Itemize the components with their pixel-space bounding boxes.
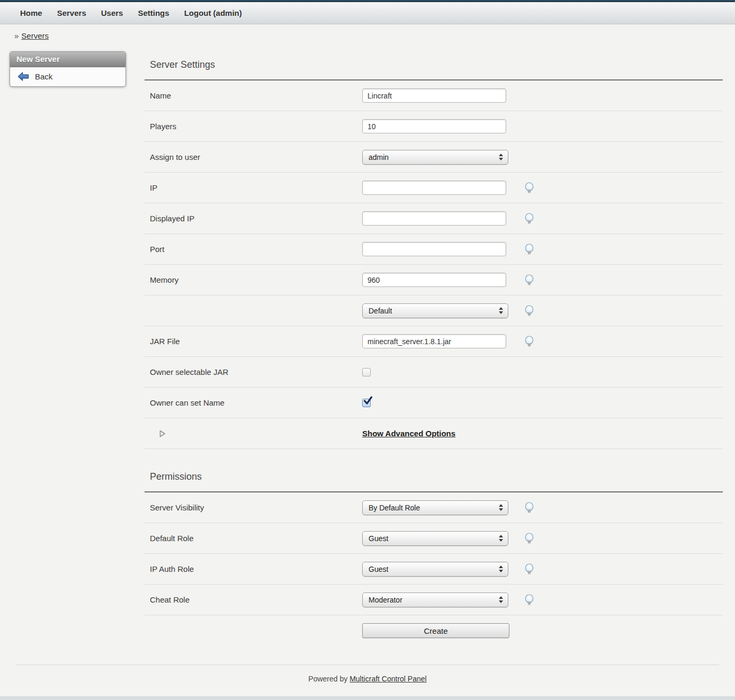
bottom-strip <box>0 696 735 700</box>
cheat-role-label: Cheat Role <box>145 595 362 604</box>
breadcrumb: »Servers <box>14 31 735 40</box>
multicraft-link[interactable]: Multicraft Control Panel <box>349 675 427 683</box>
jar-preset-select[interactable]: Default <box>362 303 508 318</box>
row-port: Port <box>145 234 723 265</box>
default-role-select[interactable]: Guest <box>362 531 508 546</box>
row-players: Players <box>145 111 723 142</box>
assign-to-user-value: admin <box>369 153 389 161</box>
ip-input[interactable] <box>362 181 506 195</box>
port-tip-lightbulb-icon[interactable] <box>524 244 535 255</box>
nav-item-logout[interactable]: Logout (admin) <box>177 8 249 17</box>
nav-item-servers[interactable]: Servers <box>50 8 94 17</box>
displayed-ip-tip-lightbulb-icon[interactable] <box>524 213 535 225</box>
new-server-panel: New Server Back <box>10 51 126 87</box>
row-owner-can-set-name: Owner can set Name <box>145 388 723 418</box>
breadcrumb-link-servers[interactable]: Servers <box>21 31 49 40</box>
nav-item-users[interactable]: Users <box>94 8 131 17</box>
row-cheat-role: Cheat Role Moderator <box>145 585 723 615</box>
ip-label: IP <box>145 183 362 192</box>
row-owner-selectable-jar: Owner selectable JAR <box>145 357 723 388</box>
show-advanced-options-link[interactable]: Show Advanced Options <box>362 429 455 438</box>
memory-tip-lightbulb-icon[interactable] <box>524 274 535 286</box>
row-assign-to-user: Assign to user admin <box>145 142 723 173</box>
nav-item-settings[interactable]: Settings <box>130 8 176 17</box>
back-label: Back <box>35 72 52 81</box>
memory-label: Memory <box>145 275 362 284</box>
name-label: Name <box>145 91 362 100</box>
row-server-visibility: Server Visibility By Default Role <box>145 492 723 523</box>
port-label: Port <box>145 245 362 254</box>
row-ip: IP <box>145 173 723 203</box>
permissions-heading: Permissions <box>145 468 723 492</box>
jar-preset-value: Default <box>369 307 392 315</box>
jar-file-input[interactable] <box>362 334 506 348</box>
panel-title: New Server <box>10 52 126 67</box>
displayed-ip-label: Displayed IP <box>145 214 362 223</box>
owner-can-set-name-checkbox[interactable] <box>362 399 371 407</box>
port-input[interactable] <box>362 242 506 256</box>
up-down-stepper-icon <box>499 307 503 314</box>
row-name: Name <box>145 80 723 111</box>
cheat-role-tip-lightbulb-icon[interactable] <box>524 594 535 606</box>
displayed-ip-input[interactable] <box>362 211 506 226</box>
jar-file-label: JAR File <box>145 337 362 346</box>
ip-auth-role-tip-lightbulb-icon[interactable] <box>524 563 535 575</box>
ip-auth-role-value: Guest <box>369 565 388 573</box>
up-down-stepper-icon <box>499 535 503 542</box>
row-create: Create <box>145 615 723 646</box>
row-jar-file: JAR File <box>145 326 723 357</box>
server-visibility-select[interactable]: By Default Role <box>362 500 508 515</box>
row-advanced-options: Show Advanced Options <box>145 418 723 449</box>
row-displayed-ip: Displayed IP <box>145 203 723 234</box>
up-down-stepper-icon <box>499 596 503 603</box>
server-settings-form: Server Settings Name Players Assign to u… <box>145 56 723 646</box>
default-role-value: Guest <box>369 534 388 543</box>
nav-item-home[interactable]: Home <box>13 8 50 17</box>
up-down-stepper-icon <box>499 154 503 160</box>
checkmark-icon <box>363 396 373 406</box>
row-memory: Memory <box>145 265 723 295</box>
jar-file-tip-lightbulb-icon[interactable] <box>524 336 535 347</box>
default-role-tip-lightbulb-icon[interactable] <box>524 533 535 544</box>
owner-selectable-jar-label: Owner selectable JAR <box>145 367 362 376</box>
ip-tip-lightbulb-icon[interactable] <box>524 182 535 194</box>
players-input[interactable] <box>362 119 506 133</box>
row-ip-auth-role: IP Auth Role Guest <box>145 554 723 585</box>
owner-can-set-name-label: Owner can set Name <box>145 398 362 407</box>
up-down-stepper-icon <box>499 566 503 572</box>
powered-by-text: Powered by <box>308 675 347 683</box>
footer-divider <box>16 665 719 665</box>
ip-auth-role-label: IP Auth Role <box>145 564 362 573</box>
server-settings-heading: Server Settings <box>145 56 723 80</box>
cheat-role-select[interactable]: Moderator <box>362 593 508 607</box>
back-button[interactable]: Back <box>15 72 120 81</box>
players-label: Players <box>145 122 362 131</box>
triangle-right-icon[interactable] <box>159 430 362 437</box>
server-visibility-tip-lightbulb-icon[interactable] <box>524 502 535 514</box>
breadcrumb-separator: » <box>14 31 19 40</box>
row-default-role: Default Role Guest <box>145 523 723 554</box>
create-button[interactable]: Create <box>362 623 509 638</box>
up-down-stepper-icon <box>499 504 503 511</box>
server-visibility-label: Server Visibility <box>145 503 362 512</box>
default-role-label: Default Role <box>145 534 362 543</box>
ip-auth-role-select[interactable]: Guest <box>362 562 508 577</box>
owner-selectable-jar-checkbox[interactable] <box>362 368 371 376</box>
memory-input[interactable] <box>362 273 506 287</box>
main-nav: Home Servers Users Settings Logout (admi… <box>0 2 735 24</box>
name-input[interactable] <box>362 88 506 103</box>
row-jar-preset: Default <box>145 295 723 326</box>
assign-to-user-select[interactable]: admin <box>362 150 508 165</box>
assign-to-user-label: Assign to user <box>145 152 362 161</box>
back-arrow-icon <box>17 72 29 81</box>
footer: Powered by Multicraft Control Panel <box>0 675 735 683</box>
server-visibility-value: By Default Role <box>369 504 420 512</box>
jar-preset-tip-lightbulb-icon[interactable] <box>524 305 535 317</box>
cheat-role-value: Moderator <box>369 596 402 604</box>
